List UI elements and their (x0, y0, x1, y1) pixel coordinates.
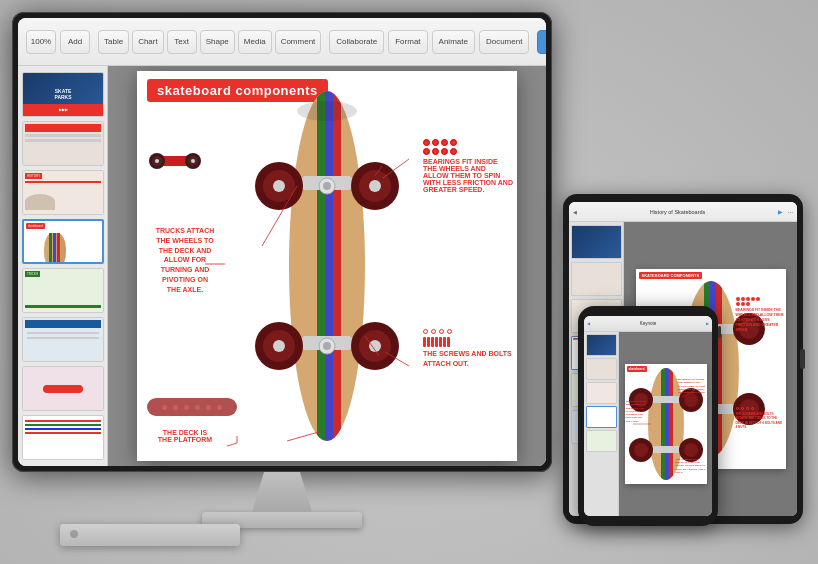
tablet-more-icon[interactable]: ⋯ (788, 209, 793, 215)
svg-point-21 (273, 340, 285, 352)
toolbar-collaborate[interactable]: Collaborate (329, 30, 384, 54)
deck-illustration (147, 398, 237, 416)
skateboard-svg (227, 71, 427, 461)
toolbar-text[interactable]: Text (167, 30, 197, 54)
truck-icon-annotation (145, 151, 205, 171)
toolbar-chart[interactable]: Chart (132, 30, 164, 54)
svg-rect-66 (669, 368, 673, 480)
slide-thumb-5[interactable]: TRICKS (22, 268, 104, 313)
toolbar-right: Collaborate Format Animate Document (329, 30, 529, 54)
phone-body: skateboard (584, 332, 712, 516)
slide-thumb-3[interactable]: HISTORY (22, 170, 104, 215)
phone-screen: ◀ Keynote ▶ skateboard (584, 316, 712, 516)
tablet-toolbar: ◀ History of Skateboards ▶ ⋯ (569, 202, 797, 222)
monitor-stand (252, 472, 312, 512)
phone-toolbar: ◀ Keynote ▶ (584, 316, 712, 332)
bearing-dots (423, 139, 463, 155)
svg-rect-2 (317, 91, 325, 441)
screws-annotation: THE SCREWS AND BOLTS ATTACH OUT. (423, 329, 513, 369)
svg-rect-74 (651, 446, 681, 453)
toolbar-comment[interactable]: Comment (275, 30, 322, 54)
tablet-power-button (800, 349, 805, 369)
svg-rect-65 (665, 368, 669, 480)
phone-play-icon[interactable]: ▶ (706, 321, 709, 326)
mac-mini (60, 524, 240, 546)
slide-thumb-8[interactable] (22, 415, 104, 460)
svg-point-72 (684, 393, 698, 407)
phone-power-button (718, 326, 721, 338)
svg-rect-64 (661, 368, 665, 480)
phone-bearings-text: BEARINGS FIT INSIDE THE WHEELS AND ALLOW… (678, 378, 706, 394)
keynote-ui: 100% Add Table Chart Text Shape Media Co… (18, 18, 546, 466)
svg-point-15 (273, 180, 285, 192)
tablet-play-icon[interactable]: ▶ (778, 208, 783, 215)
toolbar-zoom[interactable]: 100% (26, 30, 56, 54)
slide-canvas: skateboard components (137, 71, 517, 461)
slide-thumb-4[interactable]: skateboard (22, 219, 104, 264)
anno-deck-text: THE DECK IS THE PLATFORM (145, 429, 225, 443)
svg-point-8 (323, 182, 331, 190)
toolbar-document[interactable]: Document (479, 30, 529, 54)
tablet-screws-text: THE SCREWS AND BOLTS ATTACH THE TRUCK TO… (736, 412, 784, 429)
phone-slide: skateboard (625, 364, 707, 484)
phone-title: Keynote (590, 321, 706, 326)
screws-text: THE SCREWS AND BOLTS ATTACH OUT. (423, 349, 513, 369)
phone-outer: ◀ Keynote ▶ skateboard (578, 306, 718, 526)
toolbar-add[interactable]: Add (60, 30, 90, 54)
tablet-bearings-text: BEARINGS FIT INSIDE THE WHEELS AND ALLOW… (736, 308, 784, 332)
bearings-text: BEARINGS FIT INSIDE THE WHEELS AND ALLOW… (423, 158, 513, 193)
phone: ◀ Keynote ▶ skateboard (578, 306, 718, 526)
mac-mini-button (70, 530, 78, 538)
keynote-body: SKATEPARKS ▶▶▶ (18, 66, 546, 466)
tablet-thumb-2[interactable] (571, 262, 622, 296)
phone-thumb-1[interactable] (586, 334, 617, 356)
toolbar-animate[interactable]: Animate (432, 30, 475, 54)
slide-thumb-6[interactable] (22, 317, 104, 362)
toolbar-table[interactable]: Table (98, 30, 129, 54)
svg-point-25 (297, 101, 357, 121)
slide-thumb-2[interactable] (22, 121, 104, 166)
main-canvas[interactable]: skateboard components (108, 66, 546, 466)
slides-panel[interactable]: SKATEPARKS ▶▶▶ (18, 66, 108, 466)
tablet-back-icon[interactable]: ◀ (573, 209, 577, 215)
svg-point-34 (155, 159, 159, 163)
bearing-annotation: BEARINGS FIT INSIDE THE WHEELS AND ALLOW… (423, 139, 513, 193)
anno-trucks-text: TRUCKS ATTACH THE WHEELS TO THE DECK AND… (145, 226, 225, 295)
phone-trucks-text: TRUCKS ATTACH THE WHEELS TO THE DECK AND… (626, 400, 648, 423)
toolbar-play[interactable]: ▶ (537, 30, 546, 54)
svg-point-18 (369, 180, 381, 192)
svg-point-37 (191, 159, 195, 163)
tablet-thumb-1[interactable] (571, 225, 622, 259)
phone-thumb-4[interactable] (586, 406, 617, 428)
monitor: 100% Add Table Chart Text Shape Media Co… (12, 12, 552, 532)
tablet-screws-annotation: THE SCREWS AND BOLTS ATTACH THE TRUCK TO… (736, 407, 784, 429)
phone-thumb-2[interactable] (586, 358, 617, 380)
svg-rect-4 (333, 91, 341, 441)
phone-thumb-3[interactable] (586, 382, 617, 404)
slide-thumb-7[interactable] (22, 366, 104, 411)
monitor-screen-outer: 100% Add Table Chart Text Shape Media Co… (12, 12, 552, 472)
toolbar-format[interactable]: Format (388, 30, 427, 54)
svg-rect-68 (651, 396, 681, 403)
toolbar-shape[interactable]: Shape (200, 30, 235, 54)
phone-thumb-5[interactable] (586, 430, 617, 452)
svg-line-28 (287, 431, 322, 441)
phone-main-canvas[interactable]: skateboard (619, 332, 712, 516)
tablet-bearings-annotation: BEARINGS FIT INSIDE THE WHEELS AND ALLOW… (736, 297, 784, 332)
screws-line-2 (423, 337, 513, 347)
tablet-title: History of Skateboards (580, 209, 775, 215)
svg-point-12 (323, 342, 331, 350)
svg-point-78 (684, 443, 698, 457)
monitor-screen-bezel: 100% Add Table Chart Text Shape Media Co… (18, 18, 546, 466)
phone-slides-panel[interactable] (584, 332, 619, 516)
svg-point-76 (634, 443, 648, 457)
keynote-toolbar: 100% Add Table Chart Text Shape Media Co… (18, 18, 546, 66)
phone-screws-text: THE SCREWS AND BOLTS ATTACH THE TRUCK TO… (676, 458, 706, 474)
screws-grid (423, 329, 513, 334)
svg-rect-3 (325, 91, 333, 441)
toolbar-media[interactable]: Media (238, 30, 272, 54)
slide-thumb-1[interactable]: SKATEPARKS ▶▶▶ (22, 72, 104, 117)
